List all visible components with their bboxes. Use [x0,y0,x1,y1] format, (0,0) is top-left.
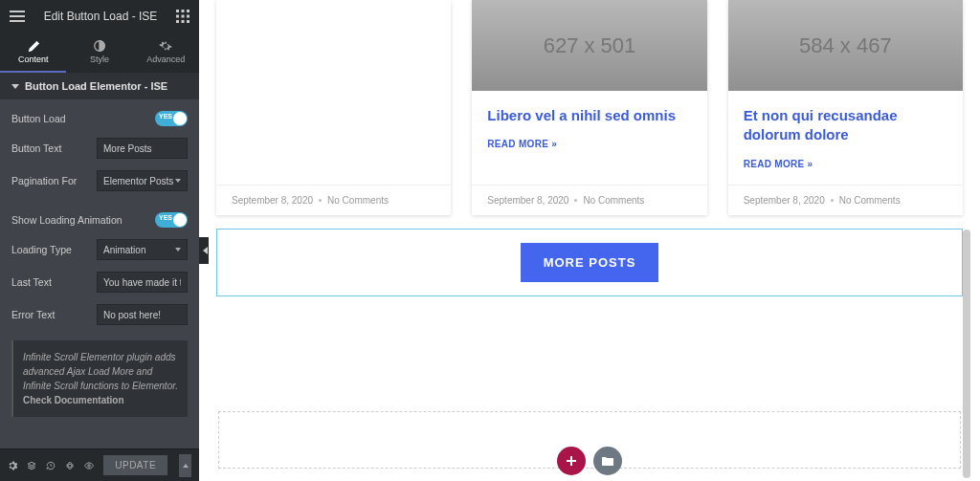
label-loading-type: Loading Type [11,244,72,255]
tab-advanced-label: Advanced [146,55,185,64]
post-date: September 8, 2020 [744,195,825,206]
add-section-button[interactable] [557,447,586,475]
card-body: Et non qui recusandae dolorum dolore REA… [728,91,963,185]
input-last-text[interactable] [97,272,188,293]
read-more-link[interactable]: READ MORE » [744,159,947,169]
section-header[interactable]: Button Load Elementor - ISE [0,73,199,99]
input-button-text[interactable] [97,138,188,159]
post-image-placeholder: 627 x 501 [472,0,706,91]
update-button[interactable]: UPDATE [103,455,167,475]
separator-dot [831,199,834,202]
card-body [216,0,451,185]
svg-rect-2 [187,10,189,12]
tab-content-label: Content [18,55,49,64]
separator-dot [319,199,322,202]
add-section-controls [557,447,622,475]
tab-style[interactable]: Style [66,33,132,73]
read-more-link[interactable]: READ MORE » [487,139,691,149]
chevron-down-icon [175,179,181,183]
navigator-icon[interactable] [27,459,36,472]
post-card: September 8, 2020 No Comments [216,0,451,215]
chevron-down-icon [175,248,181,251]
more-posts-button[interactable]: MORE POSTS [521,243,659,282]
posts-row: September 8, 2020 No Comments 627 x 501 … [209,0,970,215]
chevron-left-icon [203,247,208,254]
post-date: September 8, 2020 [232,195,313,206]
post-title[interactable]: Libero vel a nihil sed omnis [487,106,691,125]
editor-header: Edit Button Load - ISE [0,0,199,33]
post-comments: No Comments [327,195,389,206]
post-title[interactable]: Et non qui recusandae dolorum dolore [744,106,947,145]
select-pagination-for[interactable]: Elementor Posts [97,170,188,191]
control-error-text: Error Text [0,298,199,331]
template-library-button[interactable] [593,447,622,475]
settings-icon[interactable] [8,459,17,472]
caret-down-icon [11,84,19,89]
post-comments: No Comments [583,195,644,206]
control-last-text: Last Text [0,266,199,298]
svg-point-11 [88,464,91,467]
toggle-button-load[interactable]: YES [155,111,188,126]
tab-advanced[interactable]: Advanced [133,33,199,73]
tab-style-label: Style [90,55,109,64]
preview-area: September 8, 2020 No Comments 627 x 501 … [209,0,970,481]
editor-tabs: Content Style Advanced [0,33,199,73]
label-button-text: Button Text [11,142,61,154]
info-box: Infinite Scroll Elementor plugin adds ad… [11,340,188,417]
section-title: Button Load Elementor - ISE [25,80,167,92]
editor-footer: UPDATE [0,448,199,481]
card-body: Libero vel a nihil sed omnis READ MORE » [472,91,706,185]
select-loading-type[interactable]: Animation [97,239,188,260]
card-footer: September 8, 2020 No Comments [728,185,963,215]
separator-dot [574,199,577,202]
control-pagination-for: Pagination For Elementor Posts [0,164,199,197]
info-text: Infinite Scroll Elementor plugin adds ad… [23,352,178,391]
card-footer: September 8, 2020 No Comments [216,185,451,215]
card-footer: September 8, 2020 No Comments [472,185,706,215]
info-link[interactable]: Check Documentation [23,395,124,405]
control-show-loading: Show Loading Animation YES [0,207,199,233]
label-pagination-for: Pagination For [11,175,77,186]
post-card: 627 x 501 Libero vel a nihil sed omnis R… [472,0,706,215]
control-button-load: Button Load YES [0,105,199,132]
svg-rect-7 [182,20,185,23]
post-card: 584 x 467 Et non qui recusandae dolorum … [728,0,963,215]
widgets-grid-icon[interactable] [176,10,189,23]
preview-icon[interactable] [84,459,94,472]
control-button-text: Button Text [0,132,199,164]
svg-rect-5 [187,15,189,18]
svg-rect-6 [176,20,179,23]
svg-rect-3 [176,15,179,18]
label-show-loading: Show Loading Animation [11,214,122,226]
load-more-section: MORE POSTS [216,229,963,296]
responsive-icon[interactable] [65,459,75,472]
label-error-text: Error Text [11,309,55,320]
controls-list: Button Load YES Button Text Pagination F… [0,99,199,448]
input-error-text[interactable] [97,304,188,325]
post-date: September 8, 2020 [487,195,568,206]
svg-point-10 [68,464,72,468]
history-icon[interactable] [46,459,56,472]
svg-rect-4 [182,15,185,18]
preview-scrollbar[interactable] [963,0,970,481]
label-last-text: Last Text [11,276,52,288]
post-image-placeholder: 584 x 467 [728,0,963,91]
toggle-show-loading[interactable]: YES [155,212,188,228]
panel-title: Edit Button Load - ISE [44,10,158,23]
tab-content[interactable]: Content [0,33,66,73]
editor-panel: Edit Button Load - ISE Content Style Adv… [0,0,199,481]
caret-up-icon [183,464,189,468]
post-comments: No Comments [839,195,901,206]
svg-rect-0 [176,10,179,12]
svg-rect-1 [182,10,185,12]
scrollbar-thumb[interactable] [963,230,970,478]
menu-icon[interactable] [10,11,25,22]
control-loading-type: Loading Type Animation [0,233,199,266]
svg-rect-8 [187,20,189,23]
label-button-load: Button Load [11,113,66,124]
save-options-button[interactable] [179,454,191,477]
